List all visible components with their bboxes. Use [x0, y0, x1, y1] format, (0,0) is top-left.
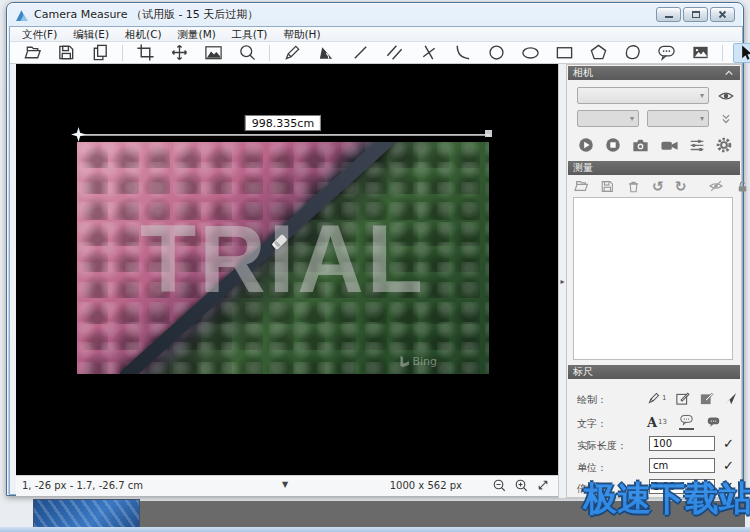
close-button[interactable]: [710, 7, 735, 22]
label-bubble-filled-button[interactable]: [706, 416, 721, 429]
cross-lines-tool-button[interactable]: [416, 43, 440, 63]
camera-resolution-dropdown[interactable]: ▾: [577, 110, 639, 127]
main-toolbar: [10, 42, 742, 64]
camera-section-title: 相机: [573, 66, 593, 80]
font-glyph: A: [647, 416, 657, 429]
record-button[interactable]: [660, 136, 679, 155]
camera-preview-toggle-button[interactable]: [715, 87, 737, 104]
menu-item-edit[interactable]: 编辑(E): [65, 27, 117, 42]
maximize-button[interactable]: [683, 7, 708, 22]
arc-tool-button[interactable]: [450, 43, 474, 63]
measurement-line[interactable]: [77, 134, 490, 136]
play-button[interactable]: [577, 136, 595, 154]
circle-tool-button[interactable]: [484, 43, 508, 63]
trial-watermark: TRIAL: [77, 142, 489, 374]
confirm-unit-check-icon[interactable]: ✓: [723, 459, 734, 472]
collapse-panel-arrow-icon[interactable]: ▸: [560, 277, 564, 286]
measurement-value-label: 998.335cm: [245, 115, 321, 131]
background-window-edge: [0, 527, 750, 532]
chevron-up-icon[interactable]: [723, 67, 735, 79]
pan-tool-button[interactable]: [167, 43, 191, 63]
pentagon-icon: [589, 43, 608, 62]
measurements-list[interactable]: [573, 197, 733, 360]
parallel-lines-tool-button[interactable]: [382, 43, 406, 63]
unit-label: 单位 :: [577, 461, 604, 475]
fit-view-button[interactable]: [536, 478, 550, 492]
ellipse-icon: [521, 43, 540, 62]
lock-toggle-button[interactable]: [735, 179, 750, 194]
menu-item-measure[interactable]: 测量(M): [170, 27, 224, 42]
image-icon: [691, 43, 710, 62]
line-width-button[interactable]: 1: [647, 391, 666, 405]
cursor-coordinates: 1, -26 px - 1.7, -26.7 cm: [22, 480, 143, 491]
arrow-style-button[interactable]: [723, 391, 738, 406]
adjustments-button[interactable]: [688, 136, 706, 154]
copy-button[interactable]: [88, 43, 112, 63]
speech-bubble-filled-icon: [706, 416, 721, 429]
polygon-tool-button[interactable]: [586, 43, 610, 63]
menu-item-tools[interactable]: 工具(T): [224, 27, 276, 42]
menu-item-help[interactable]: 帮助(H): [275, 27, 328, 42]
ruler-line-tool-button[interactable]: [280, 43, 304, 63]
zoom-out-button[interactable]: [492, 478, 507, 493]
menu-bar: 文件(F) 编辑(E) 相机(C) 测量(M) 工具(T) 帮助(H): [10, 27, 742, 42]
zoom-level-dropdown[interactable]: ▼: [282, 480, 288, 489]
status-bar: 1, -26 px - 1.7, -26.7 cm ▼ 1000 x 562 p…: [16, 475, 558, 496]
panel-splitter[interactable]: ▸: [558, 64, 566, 498]
sliders-icon: [688, 136, 706, 154]
menu-item-file[interactable]: 文件(F): [14, 27, 65, 42]
measurement-end-handle[interactable]: [485, 130, 492, 137]
freeform-tool-button[interactable]: [620, 43, 644, 63]
toolbar-separator: [722, 45, 723, 61]
open-button[interactable]: [20, 43, 44, 63]
edit-style-button[interactable]: [675, 391, 690, 406]
confirm-length-check-icon[interactable]: ✓: [723, 437, 734, 450]
image-tool-button[interactable]: [688, 43, 712, 63]
menu-item-camera[interactable]: 相机(C): [117, 27, 170, 42]
minimize-button[interactable]: [656, 7, 681, 22]
unlock-icon: [735, 179, 750, 194]
zoom-in-button[interactable]: [514, 478, 529, 493]
ruler-section-header[interactable]: 标尺: [568, 365, 740, 379]
ruler-section-title: 标尺: [573, 365, 593, 379]
image-canvas[interactable]: TRIAL Bing 998.335cm: [16, 64, 558, 475]
redo-icon[interactable]: ↻: [675, 179, 687, 193]
pencil-icon: [283, 43, 302, 62]
comment-tool-button[interactable]: [654, 43, 678, 63]
cursor-arrow-icon: [736, 43, 750, 62]
line-tool-button[interactable]: [348, 43, 372, 63]
close-icon: [717, 9, 728, 20]
select-tool-button[interactable]: [733, 43, 750, 63]
font-button[interactable]: A 13: [647, 416, 667, 429]
toggle-visibility-button[interactable]: [708, 178, 724, 194]
camera-select-dropdown[interactable]: ▾: [577, 87, 709, 104]
save-measurements-button[interactable]: [600, 179, 615, 194]
copy-icon: [91, 43, 110, 62]
camera-settings-button[interactable]: [715, 136, 733, 154]
edit-box-icon: [675, 391, 690, 406]
histogram-button[interactable]: [201, 43, 225, 63]
undo-icon[interactable]: ↺: [652, 179, 664, 193]
camera-format-dropdown[interactable]: ▾: [647, 110, 709, 127]
angle-tool-button[interactable]: [314, 43, 338, 63]
measurement-start-handle[interactable]: [71, 127, 86, 142]
delete-measurement-button[interactable]: [626, 179, 641, 194]
snapshot-button[interactable]: [631, 136, 650, 155]
crop-tool-button[interactable]: [133, 43, 157, 63]
more-camera-options-button[interactable]: [715, 110, 737, 127]
label-bubble-outline-button[interactable]: [679, 414, 694, 430]
unit-input[interactable]: [649, 458, 715, 473]
load-measurements-button[interactable]: [573, 178, 589, 194]
magnifier-icon: [238, 43, 257, 62]
camera-section-header[interactable]: 相机: [568, 66, 740, 80]
rectangle-tool-button[interactable]: [552, 43, 576, 63]
measure-section-header[interactable]: 测量: [568, 161, 740, 175]
actual-length-input[interactable]: [649, 436, 715, 451]
font-size-value: 13: [658, 418, 667, 426]
app-logo-icon: [15, 8, 29, 22]
zoom-tool-button[interactable]: [235, 43, 259, 63]
ellipse-tool-button[interactable]: [518, 43, 542, 63]
fill-style-button[interactable]: [699, 391, 714, 406]
stop-button[interactable]: [604, 136, 622, 154]
save-button[interactable]: [54, 43, 78, 63]
